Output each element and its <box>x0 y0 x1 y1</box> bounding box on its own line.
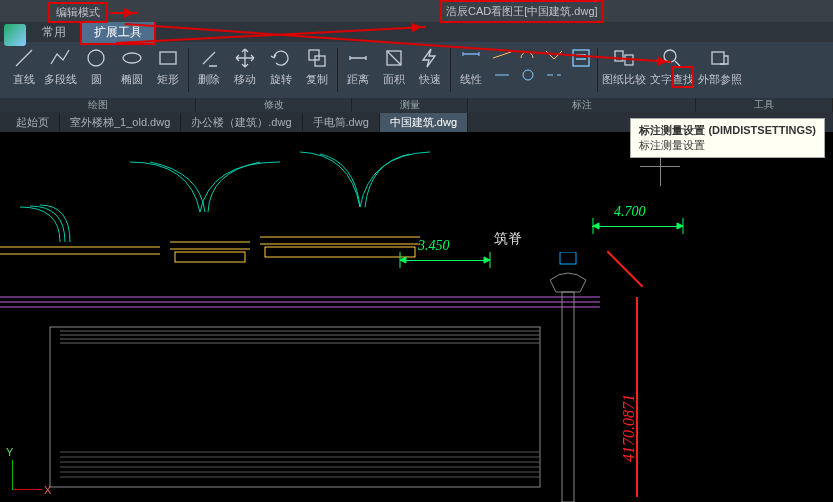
svg-point-0 <box>88 50 104 66</box>
ribbon-toolbar: 直线 多段线 圆 椭圆 矩形 删除 移动 旋转 复制 距离 面积 快速 线性 图… <box>0 42 833 98</box>
rotate-icon <box>269 46 293 70</box>
drawing-canvas[interactable]: 3.450 4.700 筑脊 4170.0871 X Y <box>0 132 833 502</box>
annotation-text: 筑脊 <box>494 230 522 248</box>
svg-rect-13 <box>265 247 415 257</box>
ucs-y-axis <box>12 460 13 490</box>
svg-point-6 <box>523 70 533 80</box>
dim-settings-button[interactable] <box>567 46 595 72</box>
rect-icon <box>156 46 180 70</box>
edit-mode-button[interactable]: 编辑模式 <box>48 2 108 23</box>
move-icon <box>233 46 257 70</box>
svg-rect-3 <box>309 50 319 60</box>
tooltip-title: 标注测量设置 (DIMDISTSETTINGS) <box>639 123 816 138</box>
polyline-button[interactable]: 多段线 <box>42 46 78 87</box>
tab-file-3[interactable]: 手电筒.dwg <box>303 113 380 132</box>
svg-rect-26 <box>560 252 576 264</box>
rotate-button[interactable]: 旋转 <box>263 46 299 87</box>
tab-file-1[interactable]: 室外楼梯_1_old.dwg <box>60 113 181 132</box>
dimension-line-3 <box>636 297 638 497</box>
dim-small-2[interactable] <box>491 68 513 86</box>
svg-point-1 <box>123 53 141 63</box>
rect-button[interactable]: 矩形 <box>150 46 186 87</box>
dim-settings-icon <box>569 46 593 70</box>
arrow-1 <box>110 12 138 14</box>
tab-file-2[interactable]: 办公楼（建筑）.dwg <box>181 113 302 132</box>
tab-common[interactable]: 常用 <box>30 22 78 43</box>
dim-small-5[interactable] <box>543 48 565 66</box>
svg-rect-27 <box>562 292 574 502</box>
bolt-icon <box>418 46 442 70</box>
xref-icon <box>708 46 732 70</box>
drawing-hatch <box>0 317 560 497</box>
ellipse-icon <box>120 46 144 70</box>
svg-rect-7 <box>573 50 589 66</box>
move-button[interactable]: 移动 <box>227 46 263 87</box>
app-logo-icon <box>4 24 26 46</box>
quick-button[interactable]: 快速 <box>412 46 448 87</box>
circle-button[interactable]: 圆 <box>78 46 114 87</box>
tooltip-desc: 标注测量设置 <box>639 138 816 153</box>
svg-rect-11 <box>712 52 724 64</box>
ucs-x-axis <box>12 489 42 490</box>
area-icon <box>382 46 406 70</box>
area-button[interactable]: 面积 <box>376 46 412 87</box>
circle-icon <box>84 46 108 70</box>
delete-button[interactable]: 删除 <box>191 46 227 87</box>
distance-button[interactable]: 距离 <box>340 46 376 87</box>
tooltip-dim-settings: 标注测量设置 (DIMDISTSETTINGS) 标注测量设置 <box>630 118 825 158</box>
svg-rect-15 <box>50 327 540 487</box>
linear-dim-button[interactable]: 线性 <box>453 46 489 87</box>
ribbon-group-labels: 绘图 修改 测量 标注 工具 <box>0 98 833 112</box>
drawing-column <box>550 252 620 502</box>
app-title: 浩辰CAD看图王[中国建筑.dwg] <box>440 0 604 23</box>
tab-file-4[interactable]: 中国建筑.dwg <box>380 113 468 132</box>
eraser-icon <box>197 46 221 70</box>
svg-rect-12 <box>175 252 245 262</box>
axis-y-label: Y <box>6 446 13 458</box>
dim-small-6[interactable] <box>543 68 565 86</box>
axis-x-label: X <box>44 484 51 496</box>
copy-button[interactable]: 复制 <box>299 46 335 87</box>
highlight-dim-settings <box>672 66 694 88</box>
dim-small-4[interactable] <box>517 68 539 86</box>
compare-button[interactable]: 图纸比较 <box>600 46 648 87</box>
tab-start[interactable]: 起始页 <box>6 113 60 132</box>
xref-button[interactable]: 外部参照 <box>696 46 744 87</box>
line-icon <box>12 46 36 70</box>
line-button[interactable]: 直线 <box>6 46 42 87</box>
ruler-icon <box>346 46 370 70</box>
svg-rect-4 <box>315 56 325 66</box>
ellipse-button[interactable]: 椭圆 <box>114 46 150 87</box>
copy-icon <box>305 46 329 70</box>
polyline-icon <box>48 46 72 70</box>
svg-rect-2 <box>160 52 176 64</box>
